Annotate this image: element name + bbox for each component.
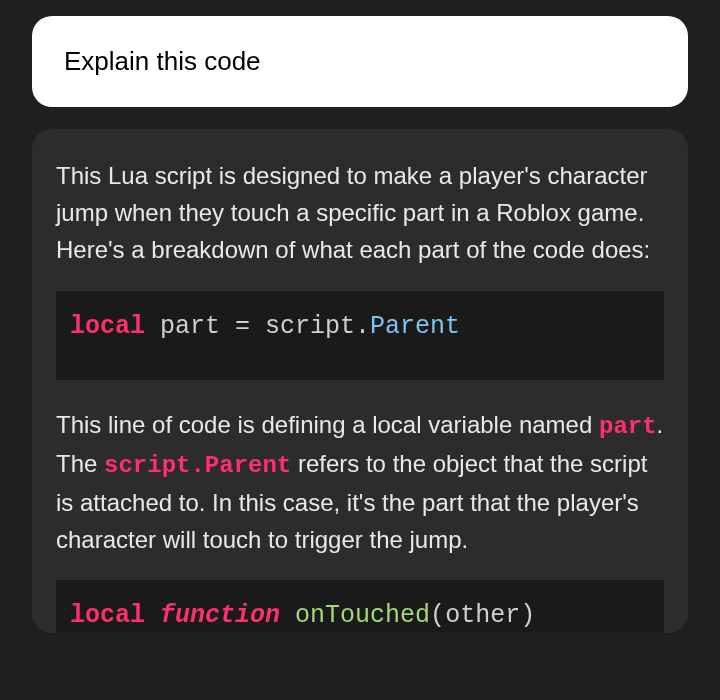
code-token-identifier: script (265, 312, 355, 341)
code-token-function-name: onTouched (295, 601, 430, 630)
code-block-1: local part = script.Parent (56, 291, 664, 380)
assistant-message-bubble: This Lua script is designed to make a pl… (32, 129, 688, 633)
code-token-operator: = (235, 312, 265, 341)
code-token-keyword: local (70, 312, 145, 341)
code-token-space (280, 601, 295, 630)
code-token-keyword: local (70, 601, 145, 630)
inline-code-highlight: script.Parent (104, 452, 291, 479)
code-block-2: local function onTouched(other) (56, 580, 664, 633)
code-token-identifier: part (145, 312, 235, 341)
code-token-paren: ) (520, 601, 535, 630)
code-token-argument: other (445, 601, 520, 630)
assistant-paragraph-1: This line of code is defining a local va… (56, 406, 664, 559)
code-token-operator: . (355, 312, 370, 341)
code-token-paren: ( (430, 601, 445, 630)
inline-code-highlight: part (599, 413, 657, 440)
text-fragment: This line of code is defining a local va… (56, 411, 599, 438)
user-message-text: Explain this code (64, 46, 656, 77)
code-token-keyword: function (160, 601, 280, 630)
assistant-intro-paragraph: This Lua script is designed to make a pl… (56, 157, 664, 269)
user-message-bubble: Explain this code (32, 16, 688, 107)
code-token-space (145, 601, 160, 630)
code-token-property: Parent (370, 312, 460, 341)
